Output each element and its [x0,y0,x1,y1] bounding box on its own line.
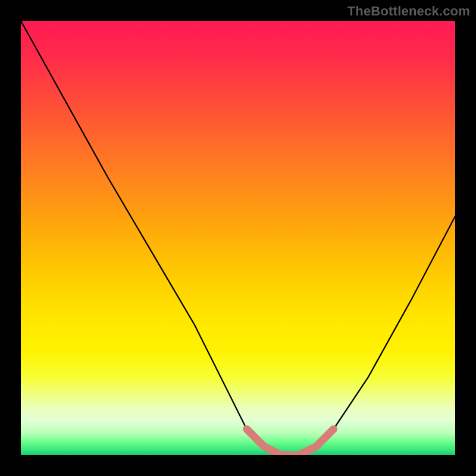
optimal-zone-highlight [247,429,334,455]
bottleneck-curve [21,21,455,455]
chart-plot-area [21,21,455,455]
chart-svg [21,21,455,455]
watermark-text: TheBottleneck.com [347,4,470,19]
